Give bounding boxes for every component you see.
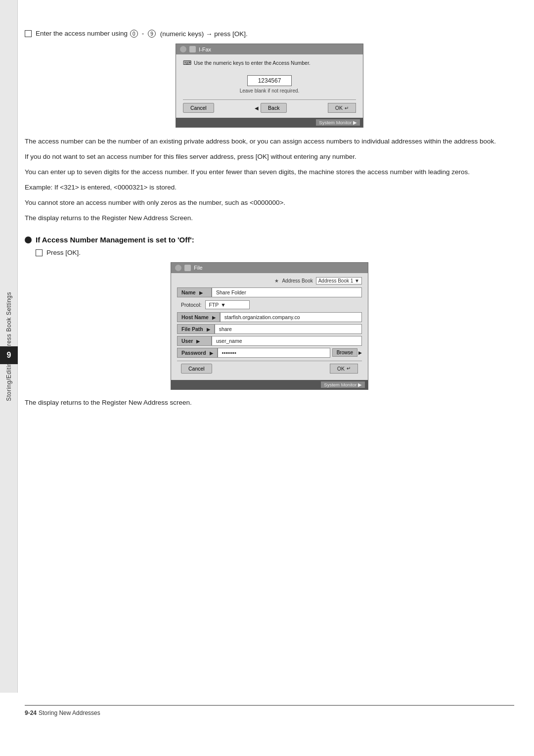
para5: You cannot store an access number with o… [25, 198, 514, 208]
protocol-select[interactable]: FTP ▼ [205, 300, 250, 309]
protocol-label: Protocol: [181, 302, 201, 308]
file-path-label-box: File Path ▶ [177, 324, 215, 334]
keyboard-icon: ⌨ [183, 59, 191, 66]
screen2-ok-enter-icon: ↵ [347, 366, 351, 371]
step1-text: Enter the access number using 0 - 9 (num… [36, 30, 250, 38]
host-name-label-box: Host Name ▶ [177, 312, 220, 322]
para4: Example: If <321> is entered, <0000321> … [25, 183, 514, 193]
bullet-icon [25, 236, 32, 243]
screen1-hint: Leave blank if not required. [183, 88, 356, 94]
screen2-mockup: File ★ Address Book Address Book 1 ▼ Nam… [171, 262, 368, 390]
back-arrow-icon: ◀ [255, 105, 259, 111]
screen1-fax-icon [189, 46, 196, 52]
user-arrow: ▶ [196, 339, 200, 344]
screen1-body: ⌨ Use the numeric keys to enter the Acce… [176, 54, 363, 118]
addr-book-text: Address Book [282, 278, 312, 284]
screen2-system-monitor-button[interactable]: System Monitor ▶ [321, 381, 365, 388]
password-arrow: ▶ [210, 351, 213, 356]
step2-line: Press [OK]. [36, 249, 514, 256]
screen2-footer: System Monitor ▶ [171, 380, 368, 389]
host-name-arrow: ▶ [212, 315, 216, 320]
host-name-value[interactable]: starfish.organization.company.co [220, 312, 362, 322]
password-row: Password ▶ •••••••• Browse ▶ [177, 348, 362, 358]
screen2-gear-icon [175, 265, 181, 271]
browse-button[interactable]: Browse [332, 348, 357, 357]
password-label-box: Password ▶ [177, 348, 218, 358]
arrow: (numeric keys) → press [OK]. [160, 30, 248, 38]
dash: - [142, 30, 144, 37]
user-value[interactable]: user_name [212, 336, 362, 346]
screen1-header: I-Fax [176, 44, 363, 54]
step1-line: Enter the access number using 0 - 9 (num… [25, 30, 514, 38]
screen1-footer: System Monitor ▶ [176, 118, 363, 127]
host-name-row: Host Name ▶ starfish.organization.compan… [177, 312, 362, 322]
para6: The display returns to the Register New … [25, 213, 514, 224]
section-title: If Access Number Management is set to 'O… [36, 236, 194, 244]
screen2-cancel-button[interactable]: Cancel [181, 364, 212, 374]
section-header: If Access Number Management is set to 'O… [25, 236, 514, 244]
screen1-gear-icon [180, 46, 186, 52]
file-path-arrow: ▶ [207, 327, 210, 332]
para2: If you do not want to set an access numb… [25, 152, 514, 162]
screen2-title: File [194, 265, 203, 271]
screen1-input[interactable]: 1234567 [247, 75, 292, 86]
screen1-cancel-button[interactable]: Cancel [183, 103, 214, 113]
name-arrow: ▶ [199, 290, 203, 295]
user-row: User ▶ user_name [177, 336, 362, 346]
para1: The access number can be the number of a… [25, 137, 514, 147]
screen1-title: I-Fax [199, 47, 211, 52]
screen2-body: ★ Address Book Address Book 1 ▼ Name ▶ S… [171, 273, 368, 380]
chapter-number: 9 [0, 346, 18, 364]
name-row: Name ▶ Share Folder [177, 287, 362, 297]
file-path-value[interactable]: share [215, 324, 362, 334]
protocol-dropdown-icon: ▼ [221, 302, 225, 308]
protocol-row: Protocol: FTP ▼ [177, 300, 362, 309]
screen2-file-icon [184, 265, 191, 271]
step1-checkbox [25, 30, 32, 37]
page-label: Storing New Addresses [39, 709, 100, 716]
addr-book-label: ★ [274, 278, 279, 284]
name-value[interactable]: Share Folder [212, 287, 362, 297]
para3: You can enter up to seven digits for the… [25, 167, 514, 178]
name-label-box: Name ▶ [177, 287, 212, 297]
addr-book-select[interactable]: Address Book 1 ▼ [316, 277, 362, 284]
screen2-ok-button[interactable]: OK ↵ [330, 364, 358, 374]
page-number: 9-24 [25, 709, 37, 716]
screen2-buttons: Cancel OK ↵ [177, 361, 362, 376]
sym-zero: 0 [130, 30, 138, 38]
password-value[interactable]: •••••••• [218, 348, 330, 358]
screen2-header: File [171, 263, 368, 273]
step2-checkbox [36, 249, 43, 256]
ok-enter-icon: ↵ [345, 105, 349, 111]
step2-text: Press [OK]. [46, 249, 81, 256]
screen1-instruction: ⌨ Use the numeric keys to enter the Acce… [183, 59, 356, 66]
browse-arrow: ▶ [358, 350, 362, 355]
file-path-row: File Path ▶ share [177, 324, 362, 334]
sym-nine: 9 [148, 30, 156, 38]
screen1-ok-button[interactable]: OK ↵ [328, 103, 356, 113]
screen1-mockup: I-Fax ⌨ Use the numeric keys to enter th… [176, 44, 363, 128]
para7: The display returns to the Register New … [25, 398, 514, 408]
page-footer: 9-24 Storing New Addresses [25, 705, 514, 716]
screen1-back-button[interactable]: Back [261, 103, 287, 113]
screen1-buttons: Cancel ◀ Back OK ↵ [183, 99, 356, 113]
user-label-box: User ▶ [177, 336, 212, 346]
addr-book-row: ★ Address Book Address Book 1 ▼ [177, 277, 362, 284]
dropdown-arrow-icon: ▼ [355, 278, 359, 284]
screen1-system-monitor-button[interactable]: System Monitor ▶ [316, 119, 360, 126]
